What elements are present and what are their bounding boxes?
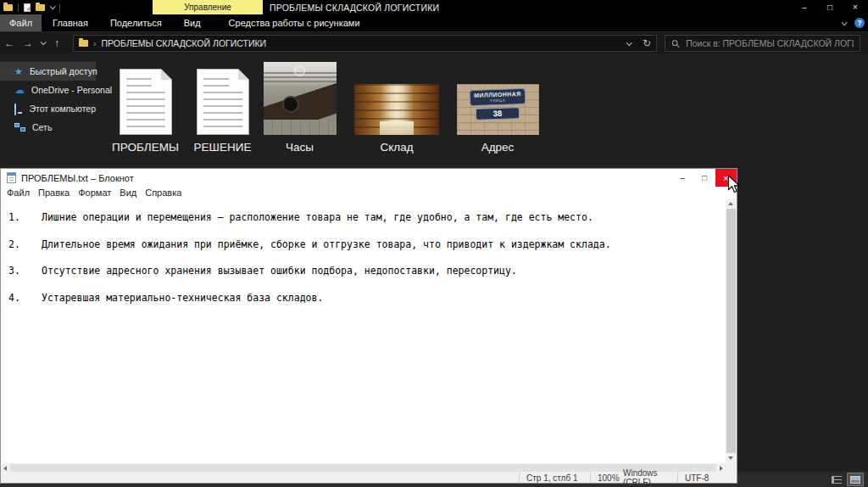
file-adres[interactable]: МИЛЛИОННАЯ УЛИЦА 38 Адрес bbox=[455, 62, 540, 154]
sidebar-item-this-pc[interactable]: Этот компьютер bbox=[0, 99, 96, 118]
back-icon[interactable]: ← bbox=[0, 37, 19, 49]
sidebar-item-label: Сеть bbox=[32, 122, 52, 132]
explorer-app-icon bbox=[3, 4, 13, 11]
sidebar-item-label: OneDrive - Personal bbox=[31, 85, 112, 95]
text-document-icon bbox=[197, 69, 249, 135]
house-number-sign: 38 bbox=[476, 107, 520, 120]
sidebar-item-network[interactable]: Сеть bbox=[0, 118, 96, 137]
text-line: 3. Отсутствие адресного хранения вызывае… bbox=[1, 265, 726, 277]
sidebar-item-onedrive[interactable]: ☁ OneDrive - Personal bbox=[0, 81, 96, 99]
recent-locations-chevron-icon[interactable] bbox=[37, 41, 47, 45]
refresh-icon[interactable]: ↻ bbox=[643, 37, 651, 49]
help-icon[interactable]: ? bbox=[854, 18, 865, 28]
up-icon[interactable]: ↑ bbox=[47, 37, 66, 49]
file-sklad[interactable]: Склад bbox=[338, 62, 455, 154]
notepad-statusbar: Стр 1, стлб 1 100% Windows (CRLF) UTF-8 bbox=[1, 473, 737, 483]
sidebar-item-label: Быстрый доступ bbox=[30, 66, 97, 76]
text-document-icon bbox=[120, 69, 172, 135]
file-label: Часы bbox=[286, 141, 314, 154]
search-icon bbox=[671, 39, 680, 48]
file-label: Адрес bbox=[481, 141, 515, 154]
scrollbar-thumb[interactable] bbox=[726, 209, 736, 453]
ribbon-collapse-chevron-icon[interactable] bbox=[842, 20, 848, 25]
thumbnails-view-icon bbox=[850, 476, 860, 484]
sidebar-item-quick-access[interactable]: ★ Быстрый доступ bbox=[0, 62, 96, 81]
menu-format[interactable]: Формат bbox=[74, 188, 115, 198]
navigation-pane: ★ Быстрый доступ ☁ OneDrive - Personal Э… bbox=[0, 62, 96, 137]
notepad-app-icon bbox=[7, 172, 16, 183]
status-zoom-level: 100% bbox=[590, 473, 615, 483]
photo-thumbnail-street-sign: МИЛЛИОННАЯ УЛИЦА 38 bbox=[457, 84, 539, 135]
file-problemy[interactable]: ПРОБЛЕМЫ bbox=[107, 62, 184, 154]
explorer-titlebar: ✓ Управление ПРОБЛЕМЫ СКЛАДСКОЙ ЛОГИСТИК… bbox=[0, 0, 868, 14]
menu-file[interactable]: Файл bbox=[3, 188, 34, 198]
address-bar[interactable]: › ПРОБЛЕМЫ СКЛАДСКОЙ ЛОГИСТИКИ ↻ bbox=[73, 35, 657, 52]
menu-edit[interactable]: Правка bbox=[34, 188, 74, 198]
file-chasy[interactable]: Часы bbox=[261, 62, 338, 154]
cloud-icon: ☁ bbox=[14, 85, 25, 95]
search-box[interactable] bbox=[665, 35, 860, 52]
ribbon-tab-bar: Файл Главная Поделиться Вид Средства раб… bbox=[0, 14, 868, 31]
car-emblem-icon bbox=[294, 65, 305, 76]
contextual-tab-manage[interactable]: Управление bbox=[153, 0, 263, 14]
scroll-right-icon[interactable] bbox=[720, 466, 723, 471]
check-icon: ✓ bbox=[26, 6, 32, 13]
separator bbox=[18, 3, 19, 12]
forward-icon[interactable]: → bbox=[19, 37, 37, 49]
scrollbar-thumb[interactable] bbox=[10, 464, 716, 472]
photo-thumbnail-watch bbox=[264, 62, 337, 135]
details-view-icon bbox=[832, 476, 842, 484]
scrollbar-corner bbox=[726, 463, 737, 473]
search-input[interactable] bbox=[686, 38, 854, 48]
explorer-window-title: ПРОБЛЕМЫ СКЛАДСКОЙ ЛОГИСТИКИ bbox=[270, 0, 439, 14]
tab-picture-tools[interactable]: Средства работы с рисунками bbox=[218, 14, 371, 31]
notepad-window: ПРОБЛЕМЫ.txt – Блокнот – □ × Файл Правка… bbox=[0, 168, 737, 484]
file-label: ПРОБЛЕМЫ bbox=[112, 141, 179, 154]
breadcrumb-chevron-icon: › bbox=[93, 38, 97, 48]
close-button[interactable]: × bbox=[843, 0, 868, 14]
street-sign: МИЛЛИОННАЯ УЛИЦА bbox=[470, 88, 526, 106]
notepad-menubar: Файл Правка Формат Вид Справка bbox=[1, 187, 737, 199]
breadcrumb[interactable]: ПРОБЛЕМЫ СКЛАДСКОЙ ЛОГИСТИКИ bbox=[102, 38, 267, 48]
photo-thumbnail-warehouse bbox=[354, 84, 439, 135]
properties-icon[interactable]: ✓ bbox=[24, 3, 31, 12]
status-cursor-position: Стр 1, стлб 1 bbox=[519, 473, 590, 483]
address-dropdown-chevron-icon[interactable] bbox=[626, 40, 632, 46]
details-view-button[interactable] bbox=[829, 473, 844, 485]
minimize-button[interactable]: – bbox=[792, 0, 817, 14]
menu-view[interactable]: Вид bbox=[115, 188, 141, 198]
qat-customize-chevron-icon[interactable] bbox=[50, 3, 56, 9]
notepad-titlebar: ПРОБЛЕМЫ.txt – Блокнот – □ × bbox=[1, 169, 737, 187]
sidebar-item-label: Этот компьютер bbox=[29, 104, 96, 114]
network-icon bbox=[14, 123, 25, 132]
maximize-button[interactable]: □ bbox=[817, 0, 843, 14]
tab-share[interactable]: Поделиться bbox=[99, 14, 173, 31]
file-reshenie[interactable]: РЕШЕНИЕ bbox=[184, 62, 261, 154]
text-line: 1. Лишние операции и перемещения – распо… bbox=[1, 211, 726, 223]
status-line-ending: Windows (CRLF) bbox=[615, 473, 677, 483]
separator bbox=[59, 3, 60, 12]
new-folder-icon[interactable] bbox=[36, 4, 45, 11]
scroll-left-icon[interactable] bbox=[3, 466, 7, 471]
vertical-scrollbar[interactable] bbox=[726, 199, 737, 463]
text-line: 4. Устаревшая материально-техническая ба… bbox=[1, 292, 726, 304]
file-list: ПРОБЛЕМЫ РЕШЕНИЕ Часы bbox=[107, 62, 540, 154]
minimize-button[interactable]: – bbox=[671, 169, 693, 187]
horizontal-scrollbar[interactable] bbox=[1, 463, 726, 473]
wristwatch-shape bbox=[282, 96, 299, 113]
address-bar-row: ← → ↑ › ПРОБЛЕМЫ СКЛАДСКОЙ ЛОГИСТИКИ ↻ bbox=[0, 31, 868, 53]
tab-file[interactable]: Файл bbox=[0, 14, 42, 31]
scroll-up-icon[interactable] bbox=[728, 202, 733, 205]
star-icon: ★ bbox=[14, 67, 23, 76]
tab-view[interactable]: Вид bbox=[173, 14, 212, 31]
scroll-down-icon[interactable] bbox=[728, 456, 733, 460]
tab-home[interactable]: Главная bbox=[42, 14, 99, 31]
file-label: Склад bbox=[380, 141, 413, 154]
maximize-button[interactable]: □ bbox=[693, 169, 715, 187]
menu-help[interactable]: Справка bbox=[141, 188, 186, 198]
thumbnails-view-button[interactable] bbox=[848, 473, 863, 485]
notepad-text-area[interactable]: 1. Лишние операции и перемещения – распо… bbox=[1, 199, 726, 463]
explorer-window-controls: – □ × bbox=[792, 0, 868, 14]
file-label: РЕШЕНИЕ bbox=[194, 141, 252, 154]
status-encoding: UTF-8 bbox=[677, 473, 737, 483]
